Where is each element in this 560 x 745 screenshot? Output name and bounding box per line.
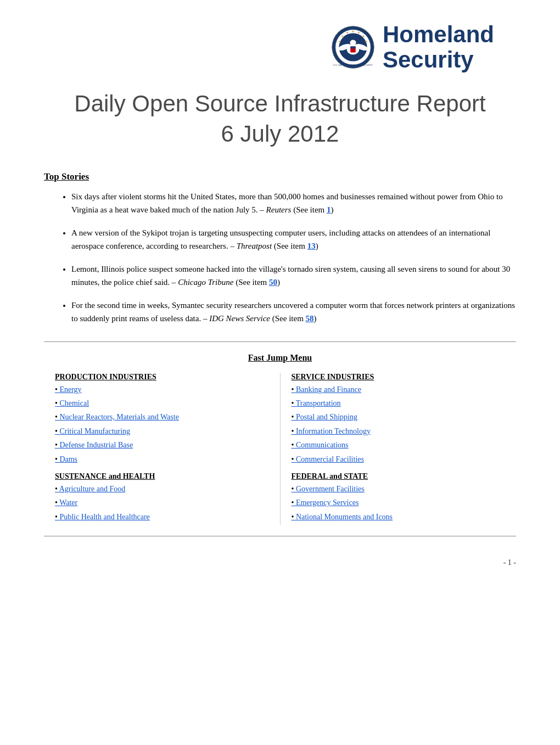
- svg-point-7: [352, 31, 354, 32]
- page-number: - 1 -: [44, 558, 516, 567]
- logo-area: U.S. DEPT. OF HOMELAND SECURITY Homeland…: [331, 22, 494, 72]
- source-reuters: Reuters: [266, 205, 292, 214]
- menu-item-dams[interactable]: Dams: [55, 453, 269, 466]
- production-industries-heading: PRODUCTION INDUSTRIES: [55, 373, 269, 382]
- svg-point-10: [365, 41, 367, 42]
- dhs-seal-icon: U.S. DEPT. OF HOMELAND SECURITY: [331, 25, 375, 69]
- top-stories-section: Top Stories Six days after violent storm…: [44, 171, 516, 325]
- menu-item-critical-manufacturing[interactable]: Critical Manufacturing: [55, 425, 269, 438]
- menu-item-chemical[interactable]: Chemical: [55, 397, 269, 410]
- menu-item-commercial[interactable]: Commercial Facilities: [292, 453, 506, 466]
- item-link-58[interactable]: 58: [306, 314, 314, 323]
- svg-rect-15: [350, 47, 356, 49]
- svg-point-12: [341, 36, 343, 37]
- svg-point-13: [339, 41, 340, 42]
- menu-item-water[interactable]: Water: [55, 497, 269, 509]
- federal-state-heading: FEDERAL and STATE: [292, 472, 506, 481]
- top-stories-heading: Top Stories: [44, 171, 516, 182]
- menu-item-banking[interactable]: Banking and Finance: [292, 384, 506, 396]
- menu-item-communications[interactable]: Communications: [292, 439, 506, 451]
- svg-text:U.S. DEPT. OF HOMELAND SECURIT: U.S. DEPT. OF HOMELAND SECURITY: [333, 64, 373, 66]
- menu-item-defense[interactable]: Defense Industrial Base: [55, 439, 269, 451]
- item-link-13[interactable]: 13: [307, 242, 316, 250]
- svg-point-9: [363, 36, 365, 37]
- menu-item-public-health[interactable]: Public Health and Healthcare: [55, 511, 269, 523]
- menu-item-government[interactable]: Government Facilities: [292, 483, 506, 495]
- menu-col-left: PRODUCTION INDUSTRIES Energy Chemical Nu…: [44, 373, 281, 525]
- top-stories-list: Six days after violent storms hit the Un…: [44, 190, 516, 325]
- menu-item-nuclear[interactable]: Nuclear Reactors, Materials and Waste: [55, 411, 269, 423]
- list-item: Lemont, Illinois police suspect someone …: [71, 262, 516, 289]
- menu-item-transportation[interactable]: Transportation: [292, 397, 506, 410]
- list-item: For the second time in weeks, Symantec s…: [71, 299, 516, 325]
- svg-point-8: [358, 32, 360, 33]
- fast-jump-title: Fast Jump Menu: [44, 353, 516, 363]
- source-idg: IDG News Service: [209, 314, 270, 323]
- item-link-1[interactable]: 1: [327, 205, 331, 214]
- item-link-50[interactable]: 50: [269, 278, 277, 287]
- menu-item-postal[interactable]: Postal and Shipping: [292, 411, 506, 423]
- source-chicago-tribune: Chicago Tribune: [178, 278, 233, 287]
- menu-columns: PRODUCTION INDUSTRIES Energy Chemical Nu…: [44, 373, 516, 525]
- fast-jump-menu: Fast Jump Menu PRODUCTION INDUSTRIES Ene…: [44, 341, 516, 537]
- dhs-title: Homeland Security: [383, 22, 494, 72]
- menu-item-emergency[interactable]: Emergency Services: [292, 497, 506, 509]
- page-header: U.S. DEPT. OF HOMELAND SECURITY Homeland…: [44, 22, 516, 72]
- list-item: Six days after violent storms hit the Un…: [71, 190, 516, 216]
- list-item: A new version of the Sykipot trojan is t…: [71, 226, 516, 253]
- menu-item-monuments[interactable]: National Monuments and Icons: [292, 511, 506, 523]
- menu-item-energy[interactable]: Energy: [55, 384, 269, 396]
- menu-item-it[interactable]: Information Technology: [292, 425, 506, 438]
- sustenance-health-heading: SUSTENANCE and HEALTH: [55, 472, 269, 481]
- page-title: Daily Open Source Infrastructure Report …: [44, 89, 516, 149]
- source-threatpost: Threatpost: [237, 242, 272, 250]
- service-industries-heading: SERVICE INDUSTRIES: [292, 373, 506, 382]
- svg-point-11: [346, 32, 348, 33]
- svg-point-4: [350, 40, 356, 46]
- menu-item-agriculture[interactable]: Agriculture and Food: [55, 483, 269, 495]
- menu-col-right: SERVICE INDUSTRIES Banking and Finance T…: [281, 373, 517, 525]
